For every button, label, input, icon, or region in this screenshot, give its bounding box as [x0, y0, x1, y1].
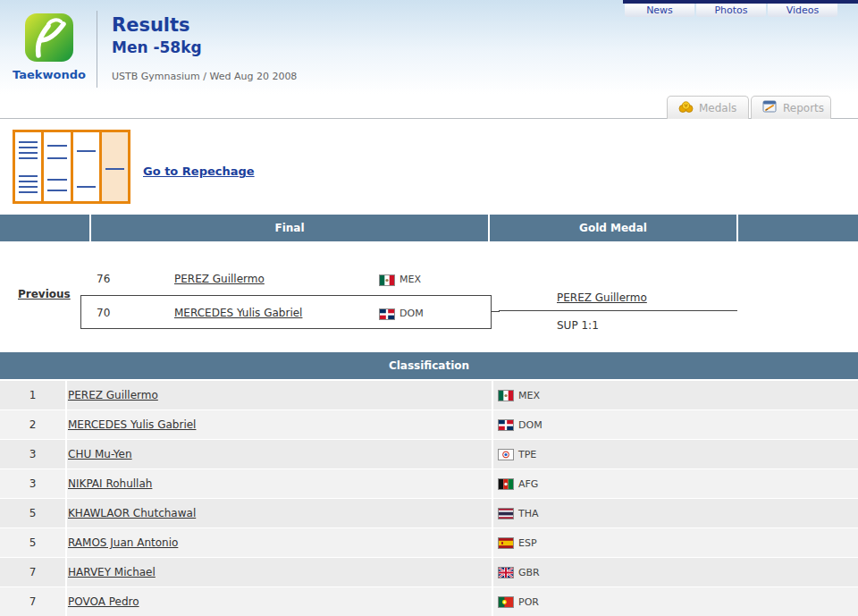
noc-code: POR [518, 596, 539, 608]
athlete-link[interactable]: HARVEY Michael [68, 566, 156, 578]
taekwondo-logo-icon [24, 13, 74, 63]
nav-news-link[interactable]: News [625, 4, 694, 17]
player1-noc: MEX [400, 274, 421, 285]
thumb-round-2 [44, 132, 72, 201]
player2-score: 70 [97, 307, 123, 319]
table-row: 3 CHU Mu-Yen TPE [0, 440, 858, 468]
winner-result: SUP 1:1 [557, 319, 599, 332]
table-row: 7 POVOA Pedro POR [0, 587, 858, 616]
classification-title: Classification [0, 352, 858, 379]
nav-photos-link[interactable]: Photos [696, 4, 766, 17]
rank-cell: 5 [0, 499, 65, 527]
tab-medals[interactable]: Medals [667, 96, 749, 119]
player1-score: 76 [97, 273, 123, 285]
bracket-connector [492, 311, 500, 312]
noc-code: TPE [518, 449, 536, 460]
flag-mex-icon [379, 274, 395, 286]
previous-round-link[interactable]: Previous [18, 288, 71, 300]
medals-icon [678, 100, 694, 116]
round-header-spacer [738, 215, 858, 241]
flag-por-icon [498, 596, 514, 608]
flag-dom-icon [379, 308, 395, 320]
sport-label: Taekwondo [0, 68, 98, 81]
round-header-final: Final [91, 215, 488, 241]
classification-header-bar: Classification [0, 352, 858, 379]
round-header-bar: Final Gold Medal [0, 215, 858, 241]
noc-code: DOM [518, 419, 543, 431]
classification-table: 1 PEREZ Guillermo MEX 2 MERCEDES Yulis G… [0, 381, 858, 616]
flag-afg-icon [498, 478, 514, 490]
rank-cell: 2 [0, 410, 65, 439]
player1-link[interactable]: PEREZ Guillermo [174, 273, 265, 285]
winner-line [499, 310, 737, 311]
flag-mex-icon [498, 390, 514, 401]
noc-code: GBR [518, 567, 540, 578]
winner-link[interactable]: PEREZ Guillermo [557, 291, 647, 304]
reports-icon [762, 100, 778, 116]
rank-cell: 3 [0, 469, 65, 498]
noc-code: THA [518, 508, 539, 519]
thumb-round-3 [73, 132, 102, 201]
bracket-thumbnail[interactable] [13, 130, 130, 204]
noc-code: AFG [518, 478, 538, 490]
player2-link[interactable]: MERCEDES Yulis Gabriel [174, 307, 302, 319]
round-header-spacer [0, 215, 89, 241]
table-row: 3 NIKPAI Rohullah AFG [0, 469, 858, 498]
noc-code: ESP [518, 537, 537, 549]
header-divider [97, 11, 97, 88]
nav-videos-link[interactable]: Videos [768, 4, 837, 17]
rank-cell: 7 [0, 587, 65, 616]
player2-noc: DOM [400, 308, 424, 319]
top-navigation: News Photos Videos [625, 4, 837, 17]
athlete-link[interactable]: POVOA Pedro [68, 595, 139, 608]
thumb-round-1 [15, 132, 44, 201]
tab-medals-label: Medals [699, 102, 736, 114]
athlete-link[interactable]: KHAWLAOR Chutchawal [68, 507, 196, 519]
athlete-link[interactable]: PEREZ Guillermo [68, 389, 158, 401]
noc-code: MEX [518, 390, 540, 401]
athlete-link[interactable]: MERCEDES Yulis Gabriel [68, 418, 196, 431]
table-row: 5 KHAWLAOR Chutchawal THA [0, 499, 858, 527]
final-bracket: Previous 76 PEREZ Guillermo MEX 70 MERCE… [0, 241, 858, 350]
flag-dom-icon [498, 419, 514, 431]
rank-cell: 3 [0, 440, 65, 468]
flag-esp-icon [498, 537, 514, 549]
table-row: 1 PEREZ Guillermo MEX [0, 381, 858, 409]
tab-reports[interactable]: Reports [751, 96, 831, 119]
flag-tpe-icon [498, 449, 514, 460]
flag-gbr-icon [498, 567, 514, 578]
table-row: 7 HARVEY Michael GBR [0, 558, 858, 586]
athlete-link[interactable]: NIKPAI Rohullah [68, 477, 152, 490]
rank-cell: 5 [0, 528, 65, 557]
venue-date: USTB Gymnasium / Wed Aug 20 2008 [112, 71, 297, 82]
go-to-repechage-link[interactable]: Go to Repechage [143, 165, 255, 178]
athlete-link[interactable]: CHU Mu-Yen [68, 448, 132, 460]
event-title: Men -58kg [112, 38, 202, 56]
table-row: 2 MERCEDES Yulis Gabriel DOM [0, 410, 858, 439]
rank-cell: 7 [0, 558, 65, 586]
athlete-link[interactable]: RAMOS Juan Antonio [68, 536, 178, 549]
round-header-gold-medal: Gold Medal [490, 215, 736, 241]
rank-cell: 1 [0, 381, 65, 409]
thumb-round-final-highlighted [102, 132, 128, 201]
flag-tha-icon [498, 508, 514, 519]
page-title: Results [112, 14, 190, 36]
table-row: 5 RAMOS Juan Antonio ESP [0, 528, 858, 557]
tab-reports-label: Reports [783, 102, 824, 114]
